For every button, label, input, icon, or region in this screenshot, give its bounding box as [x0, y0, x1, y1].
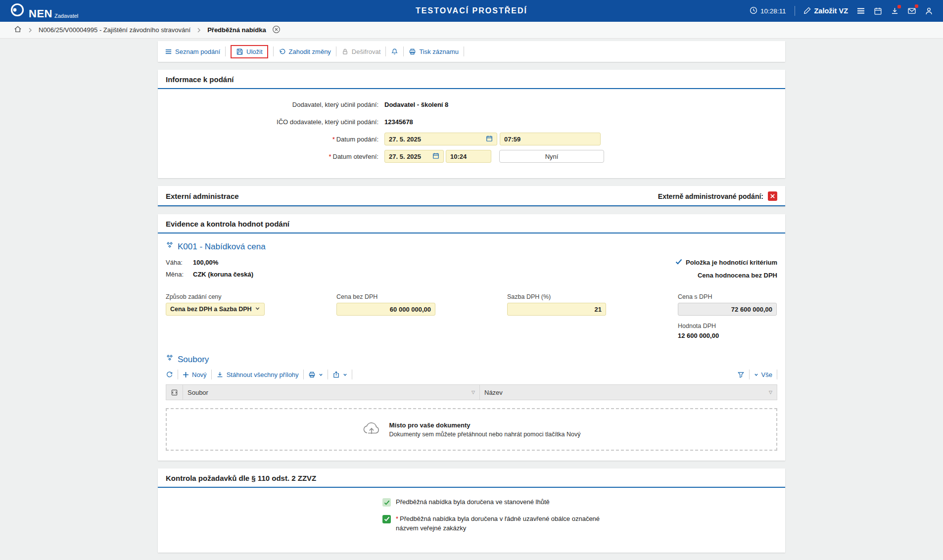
sazba-dph-input[interactable]: 21: [507, 303, 606, 316]
k001-meta-right: Položka je hodnotící kritérium Cena hodn…: [675, 259, 777, 282]
files-table: Soubor ▽ Název ▽: [166, 384, 777, 400]
chevron-down-icon: [754, 371, 758, 378]
chevron-down-icon: [343, 371, 347, 378]
datum-otevreni-time-input[interactable]: 10:24: [446, 150, 491, 163]
nen-home-link[interactable]: NEN Zadavatel: [10, 2, 78, 19]
close-record-icon[interactable]: [272, 25, 281, 35]
breadcrumb-item-zakazka[interactable]: N006/25/V00004995 - Zajištění závodního …: [39, 26, 190, 34]
filter-button[interactable]: [737, 371, 745, 378]
filter-triangle-icon[interactable]: ▽: [769, 390, 772, 395]
column-header-nazev[interactable]: Název ▽: [480, 385, 777, 400]
chevron-down-icon: [319, 371, 323, 378]
divider: [336, 47, 336, 56]
breadcrumb-item-current: Předběžná nabídka: [207, 26, 266, 34]
k001-meta-left: Váha: 100,00% Měna: CZK (koruna česká): [166, 259, 253, 282]
menu-button[interactable]: [856, 6, 865, 15]
messages-button[interactable]: [907, 6, 916, 15]
user-button[interactable]: [925, 7, 933, 15]
vse-filter-button[interactable]: Vše: [754, 371, 772, 378]
files-table-header: Soubor ▽ Název ▽: [166, 385, 777, 400]
ico-label: IČO dodavatele, který učinil podání:: [166, 118, 384, 126]
home-icon[interactable]: [14, 25, 22, 35]
datum-podani-row: *Datum podání: 27. 5. 2025 07:59: [166, 133, 777, 145]
session-time: 10:28:11: [760, 7, 786, 15]
chevron-down-icon: [255, 306, 260, 313]
divider: [403, 47, 404, 56]
calendar-icon[interactable]: [432, 152, 439, 161]
record-toolbar: Seznam podání Uložit Zahodit změny Dešif…: [158, 41, 785, 62]
files-icon: [166, 354, 174, 365]
extern-section-header: Externí administrace Externě administrov…: [158, 186, 785, 206]
divider: [795, 6, 795, 16]
vaha-row: Váha: 100,00%: [166, 259, 253, 266]
content-panel: Seznam podání Uložit Zahodit změny Dešif…: [158, 41, 785, 560]
downloads-button[interactable]: [891, 7, 899, 15]
evidence-section-body: K001 - Nabídková cena Váha: 100,00% Měna…: [158, 233, 785, 461]
cena-bez-dph-field: Cena bez DPH 60 000 000,00: [336, 293, 435, 316]
criterion-icon: [166, 241, 174, 252]
divider: [273, 47, 274, 56]
tisk-zaznamu-button[interactable]: Tisk záznamu: [409, 48, 459, 55]
seznam-podani-button[interactable]: Seznam podání: [165, 48, 220, 55]
mena-value: CZK (koruna česká): [193, 271, 253, 278]
column-header-soubor[interactable]: Soubor ▽: [183, 385, 480, 400]
mena-row: Měna: CZK (koruna česká): [166, 271, 253, 278]
print-files-button[interactable]: [308, 371, 323, 378]
k001-meta: Váha: 100,00% Měna: CZK (koruna česká): [166, 259, 777, 282]
zpusob-field: Způsob zadání ceny Cena bez DPH a Sazba …: [166, 293, 265, 316]
check-row-lhuta: Předběžná nabídka byla doručena ve stano…: [382, 498, 600, 507]
cena-bez-dph-input[interactable]: 60 000 000,00: [336, 303, 435, 316]
chevron-right-icon: [28, 27, 33, 33]
dropzone-text: Místo pro vaše dokumenty Dokumenty sem m…: [389, 421, 580, 438]
supplier-row: Dodavatel, který učinil podání: Dodavate…: [166, 98, 777, 111]
kriterium-flag: Položka je hodnotící kritérium: [675, 259, 777, 266]
ulozit-button[interactable]: Uložit: [236, 48, 263, 55]
extern-flag: Externě administrované podání:: [658, 191, 777, 201]
check-row-obalka: *Předběžná nabídka byla doručena v řádně…: [382, 514, 600, 533]
breadcrumb: N006/25/V00004995 - Zajištění závodního …: [0, 22, 943, 39]
nyni-button[interactable]: Nyní: [499, 150, 604, 163]
soubory-heading: Soubory: [166, 354, 777, 365]
k001-fields: Způsob zadání ceny Cena bez DPH a Sazba …: [166, 293, 777, 339]
datum-podani-label: *Datum podání:: [166, 136, 384, 143]
extern-flag-label: Externě administrované podání:: [658, 192, 763, 200]
evidence-section-header: Evidence a kontrola hodnot podání: [158, 214, 785, 233]
stahnout-prilohy-button[interactable]: Stáhnout všechny přílohy: [216, 371, 299, 378]
checkbox-obalka[interactable]: [382, 515, 391, 523]
section-title: Informace k podání: [166, 75, 234, 84]
brand-subtitle: Zadavatel: [54, 13, 78, 19]
zalozit-vz-button[interactable]: Založit VZ: [803, 6, 848, 16]
kontrola-section: Kontrola požadavků dle § 110 odst. 2 ZZV…: [158, 468, 785, 553]
refresh-button[interactable]: [166, 371, 173, 378]
zahodit-zmeny-button[interactable]: Zahodit změny: [279, 48, 331, 55]
nen-logo-icon: [10, 2, 25, 19]
info-section: Informace k podání Dodavatel, který učin…: [158, 70, 785, 178]
check-obalka-label: *Předběžná nabídka byla doručena v řádně…: [396, 514, 600, 533]
cena-s-dph-readonly: 72 600 000,00: [678, 303, 777, 316]
calendar-button[interactable]: [874, 7, 882, 15]
filter-triangle-icon[interactable]: ▽: [472, 390, 475, 395]
datum-otevreni-label: *Datum otevření:: [166, 153, 384, 160]
file-dropzone[interactable]: Místo pro vaše dokumenty Dokumenty sem m…: [166, 408, 777, 451]
calendar-icon[interactable]: [486, 135, 493, 143]
novy-button[interactable]: Nový: [183, 371, 207, 378]
supplier-label: Dodavatel, který učinil podání:: [166, 101, 384, 108]
extern-flag-x-icon[interactable]: [768, 191, 777, 201]
ico-value: 12345678: [384, 118, 413, 126]
chevron-right-icon: [196, 27, 201, 33]
desifrovat-button[interactable]: Dešifrovat: [341, 48, 381, 55]
cena-s-dph-label: Cena s DPH: [678, 293, 777, 300]
checkbox-lhuta[interactable]: [382, 498, 391, 507]
hodnota-dph-value: 12 600 000,00: [678, 332, 777, 339]
divider: [464, 47, 464, 56]
divider: [777, 370, 777, 379]
brand-name: NEN: [29, 8, 52, 19]
export-files-button[interactable]: [332, 371, 347, 378]
notifications-bell-button[interactable]: [391, 48, 398, 55]
datum-otevreni-date-input[interactable]: 27. 5. 2025: [384, 150, 444, 163]
datum-podani-date-input[interactable]: 27. 5. 2025: [384, 133, 497, 145]
zpusob-select[interactable]: Cena bez DPH a Sazba DPH: [166, 303, 265, 316]
vaha-value: 100,00%: [193, 259, 218, 266]
column-settings-button[interactable]: [166, 385, 183, 400]
datum-podani-time-input[interactable]: 07:59: [500, 133, 601, 145]
